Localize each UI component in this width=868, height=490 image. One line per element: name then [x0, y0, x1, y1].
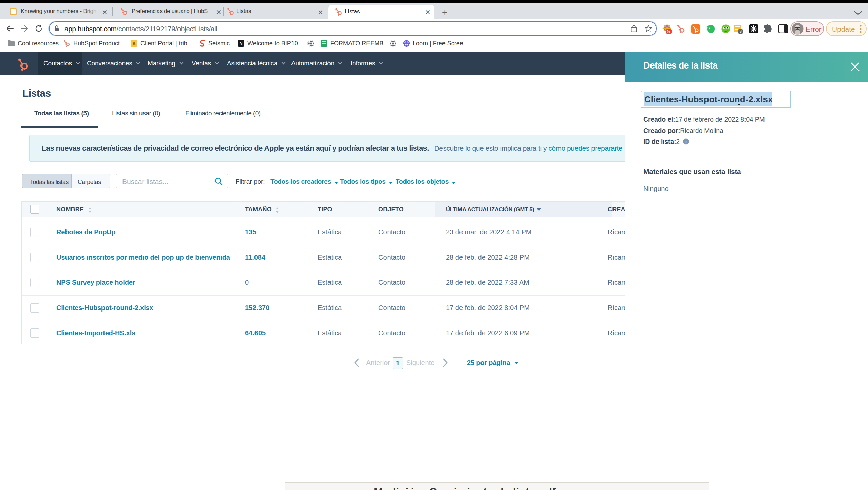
svg-text:9+: 9+ [667, 30, 671, 34]
svg-text:S: S [739, 30, 742, 33]
svg-text:N: N [239, 41, 243, 46]
svg-text:A: A [132, 41, 136, 46]
